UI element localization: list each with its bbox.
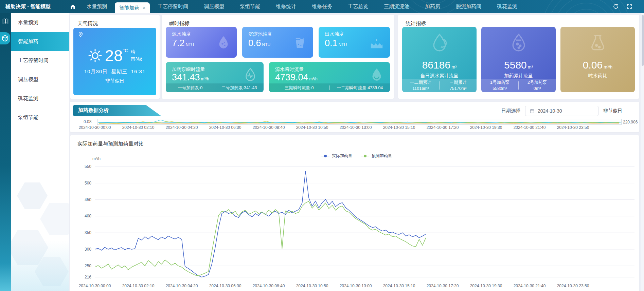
date-select-label: 日期选择: [501, 108, 520, 114]
sidebar-item-floc-monitoring[interactable]: 矾花监测: [11, 89, 69, 108]
holiday-status: 非节假日: [603, 108, 622, 114]
weather-time: 16:31: [131, 69, 146, 74]
metric-unit: NTU: [262, 42, 271, 47]
scrollbar-thumb[interactable]: [642, 15, 644, 66]
datazoom-axis-label: 2024-10-30 04:20: [160, 125, 203, 130]
icon-rail: [0, 13, 11, 291]
tab-pressure-model[interactable]: 调压模型: [196, 0, 232, 13]
svg-text:2024-10-30 17:20: 2024-10-30 17:20: [427, 284, 459, 288]
svg-text:2024-10-30 23:50: 2024-10-30 23:50: [557, 284, 589, 288]
phase12-flow: 一二期瞬时流量:4739.04: [330, 85, 390, 91]
stat-label: 当日源水累计流量: [402, 73, 477, 79]
sidebar-glow-decoration: [11, 240, 69, 291]
weather-card: 28°C 晴 南3级 10月30日 星期三 16:31 非节假日: [73, 28, 156, 95]
dosing-analysis-panel: 加药数据分析 日期选择 2024-10-30 非节假日 0.08 220.906…: [70, 102, 639, 132]
metric-card-raw-water-turbidity: 源水浊度 7.2NTU: [166, 27, 237, 58]
datazoom-axis-label: 2024-10-30 15:10: [377, 125, 421, 130]
calendar-icon: [530, 109, 535, 114]
datazoom-axis-label: 2024-10-30 21:40: [508, 125, 551, 130]
tab-process-retention[interactable]: 工艺停留时间: [150, 0, 196, 13]
svg-text:2024-10-30 00:00: 2024-10-30 00:00: [79, 284, 111, 288]
stat-value: 0.06m³/h: [560, 59, 635, 71]
svg-text:2024-10-30 13:00: 2024-10-30 13:00: [340, 284, 372, 288]
svg-text:2024-10-30 21:40: 2024-10-30 21:40: [514, 284, 546, 288]
svg-text:350: 350: [85, 230, 91, 235]
svg-text:2024-10-30 06:30: 2024-10-30 06:30: [209, 284, 242, 288]
stats-panel-title: 统计指标: [398, 15, 639, 27]
hexagon-decoration: [40, 203, 69, 235]
metric-card-dosing-pump-flow: 加药泵瞬时流量 341.43m³/h 一号加药泵:0 二号加药泵:341.43: [166, 62, 264, 92]
weather-panel-title: 天气情况: [70, 15, 160, 27]
footer-value: 0m³: [519, 85, 556, 92]
metric-label: 源水瞬时流量: [275, 66, 304, 73]
svg-text:550: 550: [85, 164, 91, 169]
datazoom-axis-label: 2024-10-30 08:40: [247, 125, 290, 130]
metric-unit: NTU: [186, 42, 194, 47]
metric-label: 源水浊度: [172, 31, 191, 37]
app-title: 辅助决策 - 智能模型: [0, 0, 67, 13]
footer-label: 一二期累计: [402, 79, 439, 85]
tab-maintenance-tasks[interactable]: 维修任务: [304, 0, 340, 13]
tab-close-icon[interactable]: ×: [143, 5, 145, 10]
droplet-bubbles-icon: [216, 35, 231, 50]
tab-sludge-dosing-room[interactable]: 脱泥加药间: [448, 0, 489, 13]
water-waves-icon: [369, 35, 384, 50]
datazoom-max-label: 220.906: [623, 120, 638, 124]
metric-card-outlet-turbidity: 出水浊度 0.1NTU: [319, 27, 390, 58]
top-bar: 辅助决策 - 智能模型 水量预测 智能加药 × 工艺停留时间 调压模型 泵组节能…: [0, 0, 644, 13]
sidebar-item-pressure-model[interactable]: 调压模型: [11, 70, 69, 89]
footer-label: 1号加药泵: [481, 79, 518, 85]
temperature-value: 28: [105, 46, 123, 64]
datazoom-axis-label: 2024-10-30 06:30: [203, 125, 247, 130]
tab-water-forecast[interactable]: 水量预测: [79, 0, 115, 13]
date-picker-input[interactable]: 2024-10-30: [525, 106, 598, 116]
sidebar: 水量预测 智能加药 工艺停留时间 调压模型 矾花监测 泵组节能: [11, 13, 69, 291]
metric-label: 出水浊度: [325, 31, 344, 37]
svg-text:2024-10-30 04:20: 2024-10-30 04:20: [166, 284, 198, 288]
sidebar-item-smart-dosing[interactable]: 智能加药: [11, 32, 69, 51]
svg-text:2024-10-30 08:40: 2024-10-30 08:40: [253, 284, 285, 288]
datazoom-axis-label: 2024-10-30 23:50: [551, 125, 595, 130]
sidebar-item-process-retention[interactable]: 工艺停留时间: [11, 51, 69, 70]
datazoom-axis-label: 2024-10-30 10:50: [290, 125, 334, 130]
scrollbar-track[interactable]: [641, 13, 644, 291]
datazoom-axis-label: 2024-10-30 02:10: [117, 125, 160, 130]
stat-label: 加药累计流量: [481, 73, 556, 79]
svg-text:500: 500: [85, 181, 91, 186]
tab-pump-energy[interactable]: 泵组节能: [232, 0, 268, 13]
home-button[interactable]: [67, 0, 79, 13]
weather-condition: 晴: [131, 49, 142, 55]
sidebar-item-pump-energy[interactable]: 泵组节能: [11, 108, 69, 127]
tab-process-overview[interactable]: 工艺总览: [340, 0, 376, 13]
section-title: 加药数据分析: [78, 107, 109, 114]
home-icon: [70, 4, 76, 9]
metric-value: 0.1NTU: [325, 38, 347, 48]
svg-text:300: 300: [85, 247, 91, 252]
instant-metrics-panel: 瞬时指标 源水浊度 7.2NTU 沉淀池浊度 0.6NTU 出水浊度 0.1NT…: [162, 15, 394, 99]
temperature-unit: °C: [123, 47, 128, 53]
metric-label: 加药泵瞬时流量: [172, 66, 205, 73]
datazoom-axis-label: 2024-10-30 19:30: [464, 125, 508, 130]
footer-value: 5580m³: [481, 85, 518, 92]
sidebar-item-water-forecast[interactable]: 水量预测: [11, 13, 69, 32]
footer-label: 2号加药泵: [519, 79, 556, 85]
topbar-actions: [613, 0, 632, 13]
droplet-icon: [369, 67, 384, 82]
tab-phase3-sedimentation[interactable]: 三期沉淀池: [376, 0, 417, 13]
datazoom-slider[interactable]: [97, 119, 622, 125]
weather-date: 10月30日: [84, 69, 108, 74]
tab-dosing-room[interactable]: 加药房: [417, 0, 448, 13]
metric-unit: NTU: [339, 42, 347, 47]
rail-active-item[interactable]: [0, 32, 10, 44]
datazoom-axis-label: 2024-10-30 00:00: [73, 125, 117, 130]
svg-text:2024-10-30 19:30: 2024-10-30 19:30: [470, 284, 502, 288]
fullscreen-icon[interactable]: [626, 3, 632, 9]
tab-floc-monitoring[interactable]: 矾花监测: [489, 0, 525, 13]
svg-text:2024-10-30 02:10: 2024-10-30 02:10: [122, 284, 155, 288]
tab-smart-dosing[interactable]: 智能加药 ×: [115, 2, 150, 13]
refresh-icon[interactable]: [613, 3, 619, 9]
datazoom-min-label: 0.08: [84, 119, 91, 124]
svg-text:250: 250: [85, 264, 91, 268]
book-icon[interactable]: [2, 18, 9, 25]
tab-maintenance-stats[interactable]: 维修统计: [268, 0, 304, 13]
